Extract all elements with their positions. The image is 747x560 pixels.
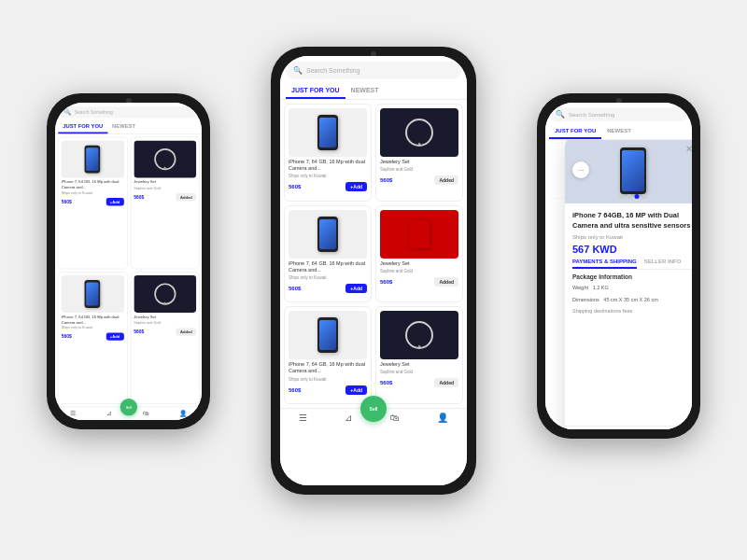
product-sub: Saphire and Gold	[380, 167, 458, 172]
product-image	[289, 210, 367, 259]
detail-image-area: ···	[565, 140, 692, 203]
filter-icon[interactable]: ⊿	[106, 411, 112, 417]
product-card-3[interactable]: iPhone 7, 64 GB, 16 Mp with dual Camera …	[284, 205, 372, 303]
add-button[interactable]: +Add	[106, 198, 124, 205]
product-card-5[interactable]: iPhone 7, 64 GB, 16 Mp with dual Camera …	[284, 306, 372, 404]
menu-icon[interactable]: ☰	[299, 413, 307, 423]
add-button[interactable]: Added	[176, 193, 196, 201]
product-image	[380, 108, 458, 157]
filter-icon[interactable]: ⊿	[345, 413, 352, 423]
product-price: 560$	[380, 177, 392, 183]
bottom-nav-center: ☰ ⊿ Sell 🛍 👤	[280, 408, 467, 427]
product-card[interactable]: iPhone 7, 64 GB, 16 Mp with dual Camera …	[57, 137, 127, 270]
bottom-nav: ☰ ⊿ Sell 🛍 👤	[55, 406, 202, 420]
scene: 🔍 Search Something JUST FOR YOU NEWEST i	[19, 19, 728, 541]
product-price: 560$	[289, 184, 301, 189]
search-placeholder-left: Search Something	[75, 110, 113, 115]
right-phone: 🔍 Search Something JUST FOR YOU NEWEST	[537, 93, 700, 439]
product-ships: Ships only to Kuwait	[289, 174, 367, 178]
product-card[interactable]: iPhone 7, 64 GB, 16 Mp with dual Camera …	[57, 272, 127, 404]
product-image	[380, 311, 458, 359]
dot-4[interactable]	[641, 194, 646, 199]
product-name: Jewelery Set	[380, 260, 458, 267]
sell-button[interactable]: Sell	[360, 396, 387, 422]
product-sub: Saphire and Gold	[380, 269, 458, 273]
product-sub: Saphire and Gold	[380, 370, 458, 374]
product-sub: Saphire and Gold	[134, 321, 196, 325]
weight-label: Weight	[572, 285, 588, 290]
search-placeholder-right: Search Something	[569, 112, 614, 118]
product-name: iPhone 7, 64 GB, 16 Mp with dual Camera …	[289, 260, 367, 273]
product-name: Jewelery Set	[134, 315, 196, 319]
profile-icon[interactable]: 👤	[179, 411, 187, 417]
add-button[interactable]: +Add	[345, 284, 367, 293]
detail-title: iPhone 7 64GB, 16 MP with Dual Camera an…	[572, 211, 692, 231]
product-name: Jewelery Set	[134, 179, 196, 184]
product-name: iPhone 7, 64 GB, 16 Mp with dual Camera …	[289, 361, 367, 374]
product-card-6[interactable]: Jewelery Set Saphire and Gold 560$ Added	[375, 306, 463, 404]
product-image	[380, 210, 458, 259]
tab-newest-left[interactable]: NEWEST	[107, 120, 140, 133]
product-ships: Ships only to Kuwait	[289, 377, 367, 382]
package-weight: Weight 1.2 KG	[572, 284, 692, 292]
dot-3[interactable]	[634, 194, 639, 199]
product-card-2[interactable]: Jewelery Set Saphire and Gold 560$ Added	[375, 104, 463, 202]
tab-newest[interactable]: NEWEST	[345, 83, 385, 99]
image-dots	[619, 194, 646, 199]
dot-2[interactable]	[627, 194, 631, 199]
product-ships: Ships only to Kuwait	[62, 326, 124, 329]
add-button[interactable]: Added	[176, 328, 196, 335]
more-options-button[interactable]: ···	[572, 161, 589, 178]
weight-value: 1.2 KG	[593, 285, 609, 290]
tab-just-for-you-right[interactable]: JUST FOR YOU	[549, 124, 601, 139]
product-price: 560$	[62, 200, 72, 204]
add-button[interactable]: +Add	[106, 333, 124, 341]
product-card[interactable]: Jewelery Set Saphire and Gold 560$ Added	[130, 137, 200, 270]
product-name: iPhone 7, 64 GB, 16 Mp with dual Camera …	[289, 159, 367, 172]
package-dimensions: Dimensions 45 cm X 35 cm X 26 cm	[572, 296, 692, 304]
search-placeholder-center: Search Something	[306, 67, 360, 74]
tab-just-for-you-left[interactable]: JUST FOR YOU	[58, 120, 107, 133]
add-button[interactable]: +Add	[345, 182, 367, 191]
product-image	[62, 275, 124, 313]
add-button[interactable]: Added	[434, 175, 458, 185]
detail-tab-bar: PAYMENTS & SHIPPING SELLER INFO	[572, 259, 692, 270]
search-icon: 🔍	[293, 66, 303, 75]
menu-icon[interactable]: ☰	[70, 411, 76, 417]
profile-icon[interactable]: 👤	[437, 413, 448, 423]
add-button[interactable]: Added	[434, 277, 458, 287]
close-icon[interactable]: ✕	[685, 144, 692, 154]
tab-newest-right[interactable]: NEWEST	[601, 124, 637, 139]
product-name: Jewelery Set	[380, 159, 458, 165]
bag-icon[interactable]: 🛍	[143, 411, 149, 417]
product-price: 560$	[289, 387, 301, 393]
product-image	[62, 141, 124, 178]
product-price: 560$	[134, 194, 144, 199]
product-price: 560$	[134, 329, 144, 334]
product-image	[134, 275, 196, 313]
sell-label: Sell	[370, 406, 378, 412]
detail-panel: ✕ ···	[565, 140, 692, 429]
center-phone: 🔍 Search Something JUST FOR YOU NEWEST i…	[271, 47, 476, 495]
search-icon: 🔍	[63, 109, 71, 116]
product-card[interactable]: Jewelery Set Saphire and Gold 560$ Added	[130, 272, 200, 404]
add-button[interactable]: Added	[434, 378, 458, 387]
product-ships: Ships only to Kuwait	[62, 191, 124, 195]
product-name: Jewelery Set	[380, 361, 458, 368]
tab-just-for-you[interactable]: JUST FOR YOU	[286, 83, 345, 99]
add-button[interactable]: +Add	[345, 385, 367, 395]
product-card-4[interactable]: Jewelery Set Saphire and Gold 560$ Added	[375, 205, 463, 303]
sell-button[interactable]: Sell	[120, 399, 137, 415]
product-card-1[interactable]: iPhone 7, 64 GB, 16 Mp with dual Camera …	[284, 104, 372, 202]
product-image	[289, 311, 367, 359]
product-price: 560$	[380, 279, 392, 285]
payments-shipping-tab[interactable]: PAYMENTS & SHIPPING	[572, 259, 637, 269]
package-info-heading: Package Information	[572, 273, 692, 280]
search-icon: 🔍	[556, 110, 565, 119]
seller-info-tab[interactable]: SELLER INFO	[644, 259, 682, 269]
product-image	[134, 141, 196, 178]
product-price: 560$	[289, 286, 301, 291]
detail-ships: Ships only to Kuwait	[572, 234, 692, 240]
dot-1[interactable]	[619, 194, 624, 199]
bag-icon[interactable]: 🛍	[390, 413, 400, 423]
